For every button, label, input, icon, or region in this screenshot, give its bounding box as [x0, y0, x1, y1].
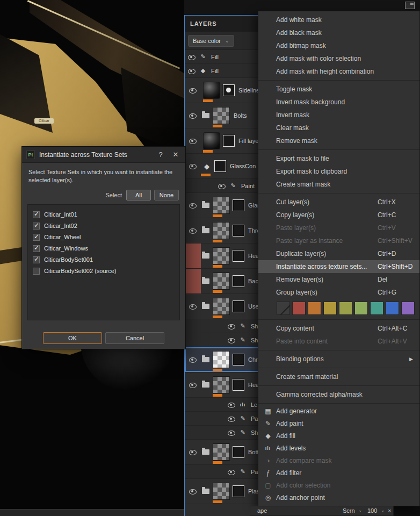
menu-item-add-generator[interactable]: ▦ Add generator [258, 405, 419, 418]
layer-thumbnail[interactable] [203, 132, 220, 149]
mask-thumbnail[interactable] [233, 485, 244, 497]
menu-item-add-filter[interactable]: ƒ Add filter [258, 467, 419, 479]
mask-thumbnail[interactable] [223, 84, 235, 96]
menu-item-duplicate-layers[interactable]: Duplicate layer(s) Ctrl+D [258, 247, 419, 260]
mask-thumbnail[interactable] [233, 199, 244, 211]
menu-item-add-mask-height-combination[interactable]: Add mask with height combination [258, 65, 419, 78]
menu-item-add-paint[interactable]: ✎ Add paint [258, 418, 419, 430]
layer-thumbnail[interactable] [213, 247, 230, 264]
mask-thumbnail[interactable] [214, 160, 226, 172]
texture-set-row[interactable]: CiticarBodySet001 [33, 254, 175, 266]
menu-item-toggle-mask[interactable]: Toggle mask [258, 83, 419, 96]
visibility-toggle[interactable] [225, 319, 238, 333]
checkbox[interactable] [33, 256, 40, 263]
visibility-toggle[interactable] [185, 218, 201, 243]
menu-item-add-fill[interactable]: ◆ Add fill [258, 430, 419, 442]
layer-thumbnail[interactable] [213, 298, 230, 315]
mask-thumbnail[interactable] [233, 275, 244, 287]
swatch-yellow[interactable] [323, 302, 337, 315]
menu-item-create-smart-material[interactable]: Create smart material [258, 370, 419, 383]
layer-thumbnail[interactable] [213, 107, 230, 124]
visibility-toggle[interactable] [225, 412, 238, 425]
swatch-blue[interactable] [386, 302, 399, 315]
texture-set-row[interactable]: Citicar_Int01 [33, 209, 175, 220]
dialog-titlebar[interactable]: Pt Instantiate across Texture Sets ? ✕ [22, 147, 185, 163]
swatch-olive[interactable] [339, 302, 352, 315]
visibility-toggle[interactable] [185, 372, 201, 397]
menu-item-add-anchor-point[interactable]: ◎ Add anchor point [258, 492, 419, 504]
mask-thumbnail[interactable] [233, 300, 244, 312]
visibility-toggle[interactable] [185, 103, 201, 128]
visibility-toggle[interactable] [225, 398, 238, 411]
blend-mode-dropdown[interactable]: Scrn [343, 507, 355, 514]
menu-item-remove-mask[interactable]: Remove mask [258, 134, 419, 147]
mask-thumbnail[interactable] [233, 354, 244, 366]
menu-item-group-layers[interactable]: Group layer(s) Ctrl+G [258, 286, 419, 299]
help-button[interactable]: ? [155, 150, 166, 159]
layer-thumbnail[interactable] [213, 222, 230, 239]
menu-item-add-bitmap-mask[interactable]: Add bitmap mask [258, 39, 419, 52]
visibility-toggle[interactable] [185, 269, 201, 293]
menu-item-export-mask-to-clipboard[interactable]: Export mask to clipboard [258, 165, 419, 178]
mask-thumbnail[interactable] [223, 135, 235, 147]
menu-item-cut-layers[interactable]: Cut layer(s) Ctrl+X [258, 196, 419, 209]
swatch-purple[interactable] [401, 302, 415, 315]
menu-item-clear-mask[interactable]: Clear mask [258, 121, 419, 134]
menu-item-instantiate-across-texture-sets[interactable]: Instantiate across texture sets... Ctrl+… [258, 260, 419, 273]
visibility-toggle[interactable] [185, 243, 201, 268]
close-icon[interactable]: × [388, 507, 391, 514]
mask-thumbnail[interactable] [233, 225, 244, 236]
chevron-down-icon[interactable]: ⌄ [381, 507, 385, 513]
menu-item-add-black-mask[interactable]: Add black mask [258, 26, 419, 39]
checkbox[interactable] [33, 234, 40, 241]
menu-item-copy-layers[interactable]: Copy layer(s) Ctrl+C [258, 209, 419, 221]
visibility-toggle[interactable] [185, 347, 201, 372]
checkbox[interactable] [33, 223, 40, 230]
layer-thumbnail[interactable] [213, 376, 230, 393]
layer-thumbnail[interactable] [213, 273, 230, 290]
layer-thumbnail[interactable] [203, 82, 220, 99]
menu-item-remove-layers[interactable]: Remove layer(s) Del [258, 273, 419, 286]
chevron-down-icon[interactable]: ⌄ [358, 507, 363, 513]
visibility-toggle[interactable] [185, 193, 201, 218]
visibility-toggle[interactable] [185, 154, 201, 178]
visibility-toggle[interactable] [185, 78, 201, 103]
menu-item-copy-content[interactable]: Copy content Ctrl+Alt+C [258, 322, 419, 335]
texture-set-row[interactable]: Citicar_Int02 [33, 220, 175, 232]
texture-set-row[interactable]: CiticarBodySet002 (source) [33, 266, 175, 277]
checkbox[interactable] [33, 245, 40, 252]
visibility-toggle[interactable] [185, 479, 201, 504]
layer-thumbnail[interactable] [213, 197, 230, 214]
texture-set-row[interactable]: Citicar_Wheel [33, 232, 175, 243]
menu-item-add-levels[interactable]: ılı Add levels [258, 442, 419, 455]
visibility-toggle[interactable] [185, 128, 201, 153]
menu-item-create-smart-mask[interactable]: Create smart mask [258, 178, 419, 191]
channel-dropdown[interactable]: Base color ⌄ [188, 35, 234, 47]
visibility-toggle[interactable] [185, 294, 201, 319]
ok-button[interactable]: OK [43, 332, 102, 344]
mask-thumbnail[interactable] [233, 250, 244, 262]
visibility-toggle[interactable] [215, 179, 229, 192]
visibility-toggle[interactable] [225, 426, 238, 439]
visibility-toggle[interactable] [185, 440, 201, 464]
layer-thumbnail[interactable] [213, 351, 230, 368]
visibility-toggle[interactable] [225, 333, 238, 347]
visibility-toggle[interactable] [185, 64, 199, 77]
menu-item-invert-mask-background[interactable]: Invert mask background [258, 96, 419, 109]
swatch-teal[interactable] [370, 302, 383, 315]
swatch-no-color[interactable] [277, 302, 290, 315]
swatch-green[interactable] [354, 302, 368, 315]
menu-item-invert-mask[interactable]: Invert mask [258, 109, 419, 121]
close-button[interactable]: ✕ [170, 150, 181, 159]
layer-thumbnail[interactable] [213, 483, 230, 500]
select-none-button[interactable]: None [154, 190, 179, 200]
opacity-dropdown[interactable]: 100 [367, 507, 377, 514]
menu-item-gamma-corrected-alpha-mask[interactable]: Gamma corrected alpha/mask [258, 388, 419, 401]
mask-thumbnail[interactable] [233, 446, 244, 458]
visibility-toggle[interactable] [185, 50, 199, 63]
cancel-button[interactable]: Cancel [105, 332, 164, 344]
layer-thumbnail[interactable] [213, 443, 230, 461]
select-all-button[interactable]: All [126, 190, 151, 200]
visibility-toggle[interactable] [225, 465, 238, 478]
mask-thumbnail[interactable] [233, 379, 244, 391]
